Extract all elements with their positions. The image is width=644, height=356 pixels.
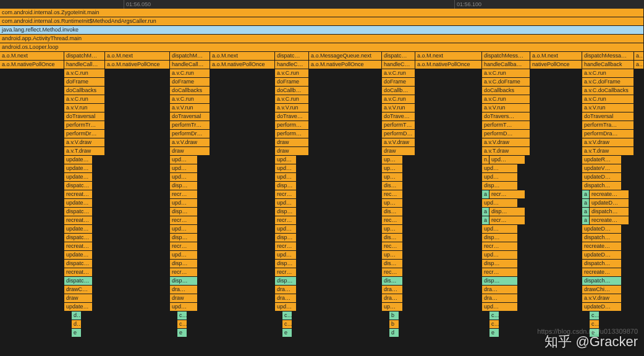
stack-frame[interactable]: dispatch… (582, 277, 622, 285)
stack-frame[interactable]: recreate… (590, 216, 629, 224)
stack-frame[interactable]: dispatc… (64, 182, 93, 190)
stack-frame[interactable]: handleCall… (170, 61, 210, 69)
stack-frame[interactable]: doFrame (170, 78, 210, 86)
stack-frame[interactable]: draw (275, 147, 309, 155)
stack-frame[interactable]: handleCallback (582, 61, 634, 69)
stack-frame[interactable]: recr… (275, 268, 297, 276)
stack-frame[interactable]: upd… (275, 251, 297, 259)
stack-frame[interactable]: disp… (275, 277, 297, 285)
stack-frame[interactable]: upd… (275, 199, 297, 207)
stack-frame[interactable]: d (389, 329, 399, 337)
stack-frame[interactable]: dra… (482, 286, 518, 294)
stack-frame[interactable]: performT… (382, 121, 415, 129)
stack-frame[interactable]: a.v.C.doCallbacks (582, 87, 634, 95)
stack-frame[interactable]: c… (590, 312, 600, 320)
stack-frame[interactable]: a.v.C.run (170, 95, 210, 103)
stack-frame[interactable]: dispatch… (590, 208, 629, 216)
stack-frame[interactable]: e (177, 329, 187, 337)
stack-frame[interactable]: nS… (482, 156, 489, 164)
stack-frame[interactable]: a.v.V.draw (170, 138, 210, 146)
stack-frame[interactable]: a.v.V.draw (482, 138, 530, 146)
stack-frame[interactable]: up… (382, 199, 403, 207)
stack-frame[interactable]: doTraversal (170, 112, 210, 121)
stack-frame[interactable]: doTraversal (64, 112, 105, 121)
stack-frame[interactable]: dispatchMessa… (582, 52, 634, 60)
stack-frame[interactable]: update… (64, 251, 93, 259)
stack-frame[interactable]: doCallbacks (170, 87, 210, 95)
stack-frame[interactable]: update… (64, 225, 93, 233)
stack-frame[interactable]: doCallbacks (64, 87, 105, 95)
stack-frame[interactable]: disp… (489, 208, 525, 216)
stack-frame[interactable]: doFrame (275, 78, 309, 86)
stack-frame[interactable]: dispatchM… (170, 52, 210, 60)
stack-frame[interactable]: up… (382, 251, 403, 259)
stack-frame[interactable]: rec… (382, 216, 403, 224)
stack-frame[interactable]: draw (275, 138, 309, 146)
stack-frame[interactable]: recreat… (64, 268, 93, 276)
stack-frame[interactable]: disp… (170, 234, 198, 242)
stack-frame[interactable]: recreat… (64, 216, 93, 224)
stack-frame[interactable]: disp… (275, 208, 297, 216)
stack-frame[interactable]: up… (382, 303, 403, 311)
stack-frame[interactable]: dis… (382, 182, 403, 190)
stack-frame[interactable]: upd… (275, 303, 297, 311)
stack-frame[interactable]: upd… (170, 225, 198, 233)
stack-frame[interactable]: a.v.V.run (170, 104, 210, 112)
stack-frame[interactable]: draw (170, 147, 210, 155)
stack-frame[interactable]: dispatc… (64, 277, 93, 285)
stack-frame[interactable]: drawCh… (64, 286, 93, 294)
stack-frame[interactable]: perform… (275, 121, 309, 129)
stack-frame[interactable]: dis… (382, 277, 403, 285)
stack-frame[interactable]: java.lang.reflect.Method.invoke (0, 26, 644, 34)
stack-frame[interactable]: a (482, 216, 489, 224)
stack-frame[interactable]: perform… (275, 130, 309, 138)
stack-frame[interactable]: a.v.V.run (482, 104, 530, 112)
stack-frame[interactable]: recreate… (582, 242, 622, 250)
stack-frame[interactable]: recr… (489, 190, 525, 198)
stack-frame[interactable]: updateD… (590, 199, 629, 207)
stack-frame[interactable]: rec… (382, 242, 403, 250)
stack-frame[interactable]: com.android.internal.os.RuntimeInit$Meth… (0, 17, 644, 25)
stack-frame[interactable]: performDr… (170, 130, 210, 138)
stack-frame[interactable]: upd… (170, 173, 198, 181)
stack-frame[interactable]: upd… (170, 199, 198, 207)
stack-frame[interactable]: a.v.C.doFrame (582, 78, 634, 86)
stack-frame[interactable]: handleCallba… (482, 61, 530, 69)
stack-frame[interactable]: update… (64, 164, 93, 172)
stack-frame[interactable]: doTraversal (582, 112, 634, 121)
stack-frame[interactable]: dispatc… (64, 208, 93, 216)
stack-frame[interactable]: a.o… (634, 61, 644, 69)
stack-frame[interactable]: b (389, 312, 399, 320)
stack-frame[interactable]: a.o… (634, 52, 644, 60)
stack-frame[interactable]: nativePollOnce (530, 61, 582, 69)
stack-frame[interactable]: a.v.C.run (64, 95, 105, 103)
stack-frame[interactable]: recr… (482, 268, 518, 276)
stack-frame[interactable]: disp… (170, 182, 198, 190)
stack-frame[interactable]: rec… (382, 268, 403, 276)
stack-frame[interactable]: a (582, 199, 590, 207)
stack-frame[interactable]: upd… (482, 199, 518, 207)
stack-frame[interactable]: a (582, 190, 590, 198)
stack-frame[interactable]: a.o.M.next (105, 52, 170, 60)
flame-graph[interactable]: com.android.internal.os.ZygoteInit.mainc… (0, 9, 644, 337)
stack-frame[interactable]: a.o.M.next (0, 52, 64, 60)
stack-frame[interactable]: dispatchM… (64, 52, 105, 60)
stack-frame[interactable]: upd… (170, 164, 198, 172)
stack-frame[interactable]: recr… (275, 242, 297, 250)
stack-frame[interactable]: dis… (382, 208, 403, 216)
stack-frame[interactable]: e (489, 329, 499, 337)
stack-frame[interactable]: handleC… (275, 61, 309, 69)
stack-frame[interactable]: rec… (382, 190, 403, 198)
stack-frame[interactable]: dispatc… (64, 234, 93, 242)
stack-frame[interactable]: upd… (482, 164, 518, 172)
stack-frame[interactable]: upd… (275, 173, 297, 181)
stack-frame[interactable]: dra… (170, 286, 198, 294)
stack-frame[interactable]: recr… (482, 242, 518, 250)
stack-frame[interactable]: a.o.M.next (530, 52, 582, 60)
stack-frame[interactable]: performTr… (64, 121, 105, 129)
stack-frame[interactable]: updateR… (582, 156, 622, 164)
stack-frame[interactable]: recreate… (582, 268, 622, 276)
stack-frame[interactable]: doCallbacks (482, 87, 530, 95)
stack-frame[interactable]: updateD… (582, 251, 622, 259)
stack-frame[interactable]: dra… (382, 294, 403, 302)
